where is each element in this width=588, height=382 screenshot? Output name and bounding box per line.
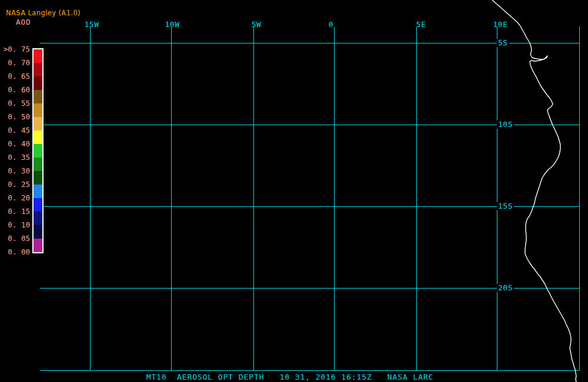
colorbar-tick-label-14: 0. 05 (0, 234, 30, 243)
colorbar-tick-label-9: 0. 30 (0, 167, 30, 175)
colorbar-segment-1 (34, 63, 42, 76)
aod-map-product: NASA Langley (A1.0) AOD >0. 750. 700. 65… (0, 0, 588, 382)
colorbar-tick-label-15: 0. 00 (0, 248, 30, 256)
colorbar-tick-label-7: 0. 40 (0, 140, 30, 148)
colorbar-segment-6 (34, 130, 42, 144)
colorbar-segment-5 (34, 117, 42, 130)
latitude-label-15S: 15S (497, 202, 514, 210)
colorbar-tick-label-12: 0. 15 (0, 207, 30, 216)
latitude-label-10S: 10S (497, 120, 514, 129)
colorbar-segment-3 (34, 90, 42, 103)
colorbar-segment-12 (34, 212, 42, 225)
colorbar-tick-label-3: 0. 60 (0, 86, 30, 94)
colorbar-segment-10 (34, 185, 42, 198)
colorbar-segment-8 (34, 158, 42, 171)
latitude-label-5S: 5S (497, 39, 509, 47)
colorbar-tick-label-8: 0. 35 (0, 153, 30, 162)
colorbar-segment-9 (34, 171, 42, 185)
colorbar-segment-13 (34, 225, 42, 239)
colorbar-tick-label-5: 0. 50 (0, 113, 30, 121)
colorbar (32, 48, 44, 253)
colorbar-tick-label-11: 0. 20 (0, 194, 30, 202)
colorbar-segment-4 (34, 103, 42, 117)
colorbar-tick-label-13: 0. 10 (0, 221, 30, 229)
latitude-label-20S: 20S (497, 284, 514, 292)
colorbar-segment-11 (34, 198, 42, 212)
colorbar-segment-7 (34, 144, 42, 158)
colorbar-tick-label-1: 0. 70 (0, 59, 30, 67)
map-canvas (0, 0, 588, 382)
colorbar-segment-0 (34, 49, 42, 63)
colorbar-tick-label-4: 0. 55 (0, 99, 30, 108)
colorbar-segment-14 (34, 239, 42, 252)
colorbar-tick-label-2: 0. 65 (0, 72, 30, 81)
colorbar-tick-label-6: 0. 45 (0, 126, 30, 135)
coastline (492, 0, 576, 382)
colorbar-segment-2 (34, 76, 42, 90)
colorbar-tick-label-10: 0. 25 (0, 180, 30, 189)
colorbar-tick-label-0: >0. 75 (0, 45, 30, 53)
